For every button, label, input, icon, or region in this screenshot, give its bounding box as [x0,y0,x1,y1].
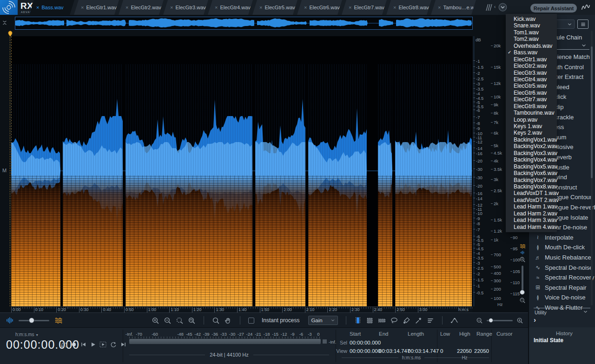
module-music-rebalance[interactable]: ♬Music Rebalance [529,253,595,262]
close-tab-icon[interactable]: × [259,5,262,10]
file-menu-item-backingvox8-wav[interactable]: BackingVox8.wav [506,183,557,190]
file-menu-item-backingvox1-wav[interactable]: BackingVox1.wav [506,136,557,143]
history-item[interactable]: Initial State [534,337,563,344]
harmonic-selection-tool-icon[interactable] [427,317,434,324]
file-menu-item-overheads-wav[interactable]: Overheads.wav [506,43,557,49]
tab-elecgtr8-wav[interactable]: ×ElecGtr8.wav [386,0,431,15]
file-menu-item-tom2-wav[interactable]: Tom2.wav [506,36,557,42]
close-tab-icon[interactable]: × [126,5,128,10]
zoom-in-vertical-icon[interactable] [519,256,526,263]
file-menu-item-loop-wav[interactable]: Loop.wav [506,117,557,123]
monitor-icon[interactable] [60,341,68,348]
file-menu-item-elecgtr1-wav[interactable]: ElecGtr1.wav [506,56,557,63]
file-menu-item-keys-1-wav[interactable]: Keys 1.wav [506,123,557,130]
close-tab-icon[interactable]: × [393,5,396,10]
tab-elecgtr2-wav[interactable]: ×ElecGtr2.wav [119,0,164,15]
tab-bass-wav[interactable]: ×Bass.wav [30,0,74,15]
vertical-zoom-slider[interactable] [522,266,523,294]
zoom-in-icon[interactable] [152,317,159,325]
close-tab-icon[interactable]: × [215,5,218,10]
play-button[interactable] [90,341,96,348]
waveform-blend-icon[interactable] [6,317,14,324]
file-menu-item-elecgtr7-wav[interactable]: ElecGtr7.wav [506,96,557,103]
instant-declick-icon[interactable] [450,317,459,325]
file-menu-item-backingvox2-wav[interactable]: BackingVox2.wav [506,143,557,150]
file-menu-item-snare-wav[interactable]: Snare.wav [506,22,557,29]
utility-section-label[interactable]: Utility [535,310,547,315]
zoom-out-icon[interactable] [164,317,172,325]
panel-menu-button[interactable] [577,20,588,29]
close-tab-icon[interactable]: × [438,5,441,10]
tab-elecgtr4-wav[interactable]: ×ElecGtr4.wav [208,0,253,15]
go-to-end-button[interactable] [120,341,127,348]
lasso-tool-icon[interactable] [390,317,398,325]
file-menu-item-elecgtr8-wav[interactable]: ElecGtr8.wav [506,103,557,110]
file-menu-item-backingvox5-wav[interactable]: BackingVox5.wav [506,163,557,170]
zoom-in-time-icon[interactable] [516,317,523,324]
waveform-overview[interactable] [15,17,473,30]
instant-process-checkbox[interactable] [248,318,254,324]
close-tab-icon[interactable]: × [304,5,307,10]
module-interpolate[interactable]: ≀Interpolate [529,233,595,242]
tab-elecgtr6-wav[interactable]: ×ElecGtr6.wav [297,0,342,15]
zoom-out-time-icon[interactable] [476,317,483,324]
file-menu-item-kick-wav[interactable]: Kick.wav [506,16,557,22]
spectrogram-blend-icon[interactable] [54,317,63,324]
zoom-out-vertical-icon[interactable] [519,297,526,304]
time-frequency-selection-tool-icon[interactable] [366,317,374,325]
file-menu-item-lead-harm-2-wav[interactable]: Lead Harm 2.wav [506,210,557,217]
module-mouth-de-click[interactable]: ≬Mouth De-click [529,242,595,252]
tab-scroll-left-icon[interactable]: ‹ [494,4,496,9]
close-tab-icon[interactable]: × [81,5,84,10]
time-format-label[interactable]: h:m:s.ms ▼ [15,332,39,337]
tab-elecgtr7-wav[interactable]: ×ElecGtr7.wav [342,0,387,15]
file-menu-item-elecgtr6-wav[interactable]: ElecGtr6.wav [506,90,557,96]
brush-tool-icon[interactable] [403,317,410,325]
tab-list-button[interactable] [498,3,507,12]
zoom-slider[interactable] [487,320,513,321]
file-menu-item-backingvox3-wav[interactable]: BackingVox3.wav [506,150,557,156]
time-selection-tool-icon[interactable] [354,316,362,325]
file-menu-item-elecgtr2-wav[interactable]: ElecGtr2.wav [506,63,557,69]
module-spectral-recovery[interactable]: ≈Spectral Recovery [529,273,595,282]
tab-elecgtr3-wav[interactable]: ×ElecGtr3.wav [163,0,208,15]
close-tab-icon[interactable]: × [349,5,351,10]
file-menu-item-backingvox6-wav[interactable]: BackingVox6.wav [506,170,557,176]
go-to-start-button[interactable] [80,341,87,348]
frequency-selection-tool-icon[interactable] [378,317,386,325]
process-selector[interactable]: Gain [308,316,338,325]
file-menu-item-backingvox4-wav[interactable]: BackingVox4.wav [506,156,557,163]
file-menu-item-elecgtr5-wav[interactable]: ElecGtr5.wav [506,83,557,89]
file-menu-item-tambourine-wav[interactable]: Tambourine.wav [506,110,557,116]
spectrogram[interactable] [11,36,472,306]
record-button[interactable] [71,341,77,348]
magic-wand-tool-icon[interactable] [415,317,423,325]
file-menu-item-elecgtr3-wav[interactable]: ElecGtr3.wav [506,70,557,76]
module-voice-de-noise[interactable]: ≬Voice De-noise [529,292,595,302]
collapse-overview-icon[interactable] [1,19,8,27]
module-list-scrollbar[interactable] [591,31,593,306]
file-menu-item-bass-wav[interactable]: ✓Bass.wav [506,49,557,56]
file-menu-item-backingvox7-wav[interactable]: BackingVox7.wav [506,177,557,183]
tab-elecgtr1-wav[interactable]: ×ElecGtr1.wav [74,0,119,15]
close-tab-icon[interactable]: × [170,5,173,10]
zoom-reset-icon[interactable] [188,317,196,325]
file-menu-item-lead-harm-1-wav[interactable]: Lead Harm 1.wav [506,203,557,210]
blend-slider[interactable] [19,320,49,321]
play-selection-button[interactable] [99,341,107,348]
zoom-selection-icon[interactable] [176,317,184,325]
file-menu-item-lead-harm-4-wav[interactable]: Lead Harm 4.wav [506,224,557,230]
file-menu-item-tom1-wav[interactable]: Tom1.wav [506,29,557,36]
playhead-marker[interactable] [7,30,13,38]
hand-tool-icon[interactable] [224,317,232,325]
file-menu-item-leadvoxdt-2-wav[interactable]: LeadVoxDT 2.wav [506,197,557,203]
repair-assistant-button[interactable]: Repair Assistant [530,4,577,13]
tab-elecgtr5-wav[interactable]: ×ElecGtr5.wav [252,0,298,15]
time-ruler[interactable]: 0:000:100:200:300:400:501:001:101:201:30… [11,306,472,313]
file-menu-item-lead-harm-3-wav[interactable]: Lead Harm 3.wav [506,217,557,223]
close-tab-icon[interactable]: × [36,5,39,10]
file-menu-item-keys-2-wav[interactable]: Keys 2.wav [506,130,557,136]
waveform-view-icon[interactable] [519,250,526,255]
file-menu-item-elecgtr4-wav[interactable]: ElecGtr4.wav [506,76,557,83]
magnify-tool-icon[interactable] [212,317,220,325]
